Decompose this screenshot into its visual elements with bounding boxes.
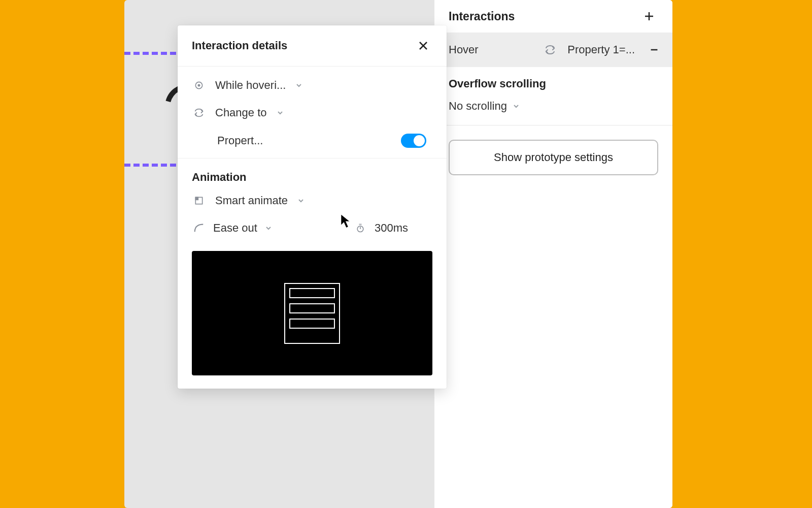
duration-value: 300ms (375, 221, 408, 235)
chevron-down-icon (512, 102, 520, 110)
chevron-down-icon (264, 224, 273, 232)
interaction-details-popover: Interaction details While hoveri... Chan… (178, 25, 447, 389)
svg-rect-3 (195, 197, 198, 200)
animation-preview (192, 251, 432, 375)
transition-select[interactable]: Smart animate (178, 187, 447, 214)
overflow-title: Overflow scrolling (449, 77, 658, 90)
interaction-list-item[interactable]: Hover Property 1=... (434, 33, 672, 67)
interactions-title: Interactions (449, 10, 515, 23)
preview-bar (289, 303, 335, 313)
animation-title: Animation (178, 166, 447, 187)
ease-curve-icon (192, 223, 206, 234)
swap-icon (543, 44, 557, 56)
interaction-trigger-label: Hover (449, 43, 479, 56)
svg-point-1 (198, 84, 199, 86)
action-select[interactable]: Change to (178, 99, 447, 126)
interaction-destination-label: Property 1=... (567, 43, 635, 56)
trigger-label: While hoveri... (215, 79, 286, 92)
smart-animate-icon (192, 196, 206, 206)
easing-label: Ease out (213, 221, 257, 235)
stopwatch-icon (353, 223, 367, 233)
minus-icon (649, 44, 660, 55)
add-interaction-button[interactable] (640, 7, 658, 25)
chevron-down-icon (276, 109, 284, 117)
plus-icon (643, 10, 655, 22)
canvas-dash-1 (124, 52, 185, 55)
prototype-sidebar: Interactions Hover Property 1=... O (434, 0, 672, 508)
duration-input[interactable]: 300ms (353, 221, 408, 235)
transition-label: Smart animate (215, 194, 288, 207)
preview-bar (289, 319, 335, 329)
close-icon (417, 40, 429, 52)
property-toggle[interactable] (401, 134, 426, 148)
trigger-select[interactable]: While hoveri... (178, 72, 447, 99)
action-label: Change to (215, 106, 267, 119)
swap-icon (192, 107, 206, 118)
easing-select[interactable]: Ease out (192, 221, 273, 235)
chevron-down-icon (297, 197, 305, 205)
overflow-value: No scrolling (449, 100, 507, 113)
chevron-down-icon (295, 81, 303, 89)
preview-frame (284, 283, 340, 344)
popover-title: Interaction details (192, 39, 287, 52)
show-prototype-settings-label: Show prototype settings (494, 151, 613, 164)
overflow-scrolling-select[interactable]: No scrolling (449, 100, 520, 113)
remove-interaction-button[interactable] (645, 41, 663, 59)
canvas-dash-2 (124, 164, 185, 167)
trigger-icon (192, 80, 206, 90)
show-prototype-settings-button[interactable]: Show prototype settings (449, 140, 658, 175)
preview-bar (289, 288, 335, 298)
property-label: Propert... (217, 134, 263, 147)
close-button[interactable] (414, 37, 432, 55)
